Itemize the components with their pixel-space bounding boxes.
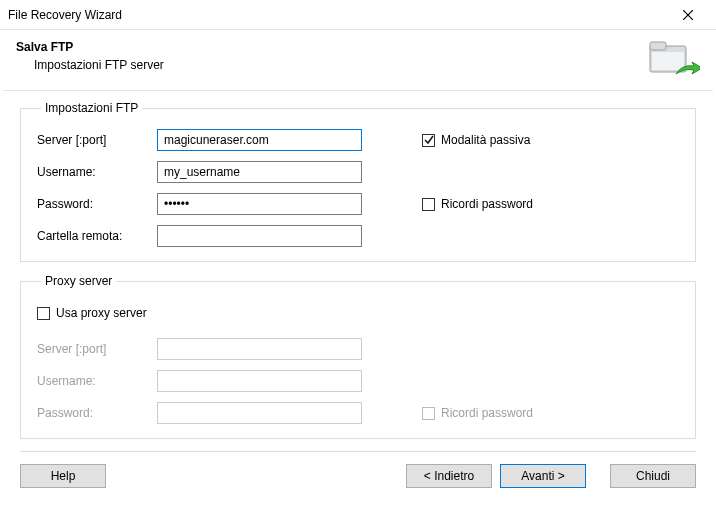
use-proxy-label: Usa proxy server [56, 306, 147, 320]
passive-mode-label: Modalità passiva [441, 133, 530, 147]
ftp-password-input[interactable] [157, 193, 362, 215]
titlebar: File Recovery Wizard [0, 0, 716, 30]
proxy-username-label: Username: [37, 374, 157, 388]
wizard-footer: Help < Indietro Avanti > Chiudi [0, 452, 716, 500]
proxy-password-label: Password: [37, 406, 157, 420]
back-button[interactable]: < Indietro [406, 464, 492, 488]
passive-mode-checkbox[interactable] [422, 134, 435, 147]
ftp-server-label: Server [:port] [37, 133, 157, 147]
ftp-legend: Impostazioni FTP [41, 101, 142, 115]
use-proxy-checkbox[interactable] [37, 307, 50, 320]
remember-password-label: Ricordi password [441, 197, 533, 211]
svg-rect-3 [650, 42, 666, 50]
close-button[interactable]: Chiudi [610, 464, 696, 488]
proxy-server-label: Server [:port] [37, 342, 157, 356]
next-button[interactable]: Avanti > [500, 464, 586, 488]
proxy-settings-group: Proxy server Usa proxy server Server [:p… [20, 274, 696, 439]
ftp-folder-icon [646, 38, 700, 80]
help-button[interactable]: Help [20, 464, 106, 488]
ftp-server-input[interactable] [157, 129, 362, 151]
proxy-remember-password-label: Ricordi password [441, 406, 533, 420]
window-title: File Recovery Wizard [8, 8, 122, 22]
ftp-remote-folder-label: Cartella remota: [37, 229, 157, 243]
ftp-username-input[interactable] [157, 161, 362, 183]
svg-rect-4 [652, 52, 684, 70]
ftp-password-label: Password: [37, 197, 157, 211]
wizard-header: Salva FTP Impostazioni FTP server [0, 30, 716, 90]
proxy-username-input [157, 370, 362, 392]
close-icon[interactable] [668, 1, 708, 29]
proxy-remember-password-checkbox [422, 407, 435, 420]
remember-password-checkbox[interactable] [422, 198, 435, 211]
page-subtitle: Impostazioni FTP server [16, 58, 164, 72]
ftp-settings-group: Impostazioni FTP Server [:port] Modalità… [20, 101, 696, 262]
page-title: Salva FTP [16, 40, 164, 54]
proxy-legend: Proxy server [41, 274, 116, 288]
ftp-remote-folder-input[interactable] [157, 225, 362, 247]
proxy-password-input [157, 402, 362, 424]
proxy-server-input [157, 338, 362, 360]
ftp-username-label: Username: [37, 165, 157, 179]
